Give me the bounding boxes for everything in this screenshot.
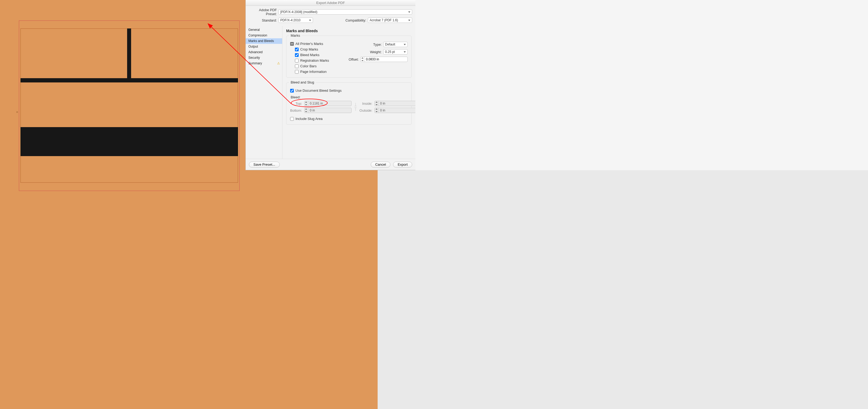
placed-object [21,78,238,83]
bleed-outside-stepper [374,108,415,113]
sidebar-item-advanced[interactable]: Advanced [246,50,282,55]
compatibility-label: Compatibility: [345,18,366,22]
bleed-label: Bleed: [291,95,408,99]
page-information-checkbox[interactable]: Page Information [290,70,357,74]
registration-marks-checkbox[interactable]: Registration Marks [290,59,357,62]
stepper-arrows-icon [375,101,378,106]
bleed-top-label: Top: [290,102,302,105]
stepper-arrows-icon[interactable] [361,57,364,62]
type-label: Type: [373,42,382,46]
dialog-title: Export Adobe PDF [246,0,415,6]
offset-label: Offset: [349,57,359,61]
bleed-inside-value [378,101,415,106]
bleed-bottom-label: Bottom: [290,108,302,113]
bleed-outside-label: Outside: [360,108,372,113]
marks-and-bleeds-panel: Marks and Bleeds Marks All Printer's Mar… [282,26,415,159]
dialog-header-controls: Adobe PDF Preset: [PDF/X-4:2008] (modifi… [246,6,415,26]
warning-icon: ⚠ [277,61,280,66]
bleed-and-slug-group: Bleed and Slug Use Document Bleed Settin… [286,83,412,125]
offset-value[interactable] [364,57,407,62]
all-printers-marks-checkbox[interactable]: All Printer's Marks [290,42,357,46]
preset-select[interactable]: [PDF/X-4:2008] (modified) [278,9,412,14]
bleed-top-stepper [304,101,351,106]
anchor-marker [17,112,18,113]
app-background [378,170,868,409]
save-preset-button[interactable]: Save Preset... [249,162,280,167]
panel-title: Marks and Bleeds [286,29,412,33]
type-select[interactable]: Default [383,42,408,47]
placed-object [21,127,238,156]
chevron-down-icon [404,44,406,45]
preset-label: Adobe PDF Preset: [249,8,277,16]
marks-group: Marks All Printer's Marks Crop Marks [286,36,412,77]
chevron-down-icon [309,20,311,21]
export-button[interactable]: Export [393,162,412,167]
standard-select[interactable]: PDF/X-4:2010 [278,18,313,23]
color-bars-checkbox[interactable]: Color Bars [290,64,357,68]
chevron-down-icon [408,11,410,13]
bleed-inside-stepper [374,101,415,106]
standard-value: PDF/X-4:2010 [280,18,301,22]
bleed-inside-label: Inside: [360,102,372,105]
weight-label: Weight: [370,50,382,54]
offset-stepper[interactable] [360,57,408,62]
document-canvas [0,0,868,409]
bleed-bottom-value [308,108,351,113]
sidebar-item-security[interactable]: Security [246,55,282,61]
sidebar-item-marks-and-bleeds[interactable]: Marks and Bleeds [246,38,282,44]
bleed-outside-value [378,108,415,113]
link-icon [354,102,358,112]
sidebar-item-compression[interactable]: Compression [246,33,282,38]
chevron-down-icon [404,51,406,53]
weight-select[interactable]: 0.25 pt [383,49,408,55]
placed-object [127,28,131,79]
include-slug-area-checkbox[interactable]: Include Slug Area [290,117,408,121]
export-pdf-dialog: Export Adobe PDF Adobe PDF Preset: [PDF/… [245,0,415,170]
compatibility-value: Acrobat 7 (PDF 1.6) [370,18,398,22]
bleed-and-slug-group-title: Bleed and Slug [289,80,316,84]
marks-group-title: Marks [289,33,302,37]
stepper-arrows-icon [305,108,308,113]
cancel-button[interactable]: Cancel [371,162,391,167]
bleed-bottom-stepper [304,108,351,113]
standard-label: Standard: [249,18,277,22]
stepper-arrows-icon [305,101,308,106]
bleed-top-value [308,101,351,106]
chevron-down-icon [408,20,410,21]
crop-marks-checkbox[interactable]: Crop Marks [290,48,357,51]
dialog-footer: Save Preset... Cancel Export [246,159,415,170]
sidebar-item-output[interactable]: Output [246,44,282,50]
use-document-bleed-checkbox[interactable]: Use Document Bleed Settings [290,89,408,93]
dialog-sidebar: General Compression Marks and Bleeds Out… [246,26,282,159]
stepper-arrows-icon [375,108,378,113]
bleed-marks-checkbox[interactable]: Bleed Marks [290,53,357,57]
compatibility-select[interactable]: Acrobat 7 (PDF 1.6) [368,18,412,23]
preset-value: [PDF/X-4:2008] (modified) [280,10,317,14]
sidebar-item-general[interactable]: General [246,27,282,33]
sidebar-item-summary[interactable]: Summary ⚠ [246,61,282,66]
